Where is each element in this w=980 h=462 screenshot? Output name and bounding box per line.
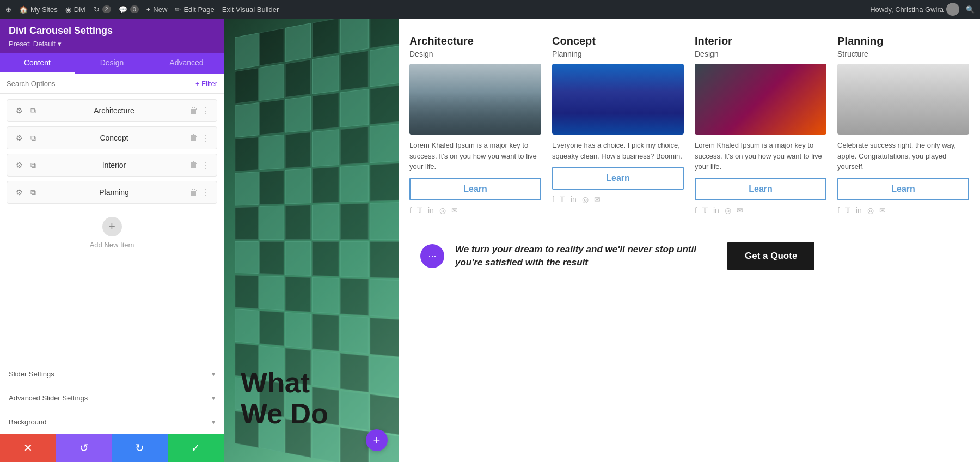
twitter-icon[interactable]: 𝕋 xyxy=(845,206,850,215)
card-body-interior: Lorem Khaled Ipsum is a major key to suc… xyxy=(695,140,826,172)
twitter-icon[interactable]: 𝕋 xyxy=(417,206,422,215)
item-controls: ⚙ ⧉ xyxy=(14,160,39,171)
twitter-icon[interactable]: 𝕋 xyxy=(560,195,565,204)
card-image-planning xyxy=(837,64,969,135)
arch-image-placeholder xyxy=(409,64,541,135)
divi-link[interactable]: ◉ Divi xyxy=(65,5,86,14)
interior-image-placeholder xyxy=(695,64,826,135)
search-options-input[interactable] xyxy=(7,80,191,88)
filter-button[interactable]: + Filter xyxy=(195,80,217,88)
duplicate-icon[interactable]: ⧉ xyxy=(28,187,39,198)
item-actions: 🗑 ⋮ xyxy=(189,160,210,171)
toolbar-right: Howdy, Christina Gwira 🔍 xyxy=(870,3,975,16)
planning-image-placeholder xyxy=(837,64,969,135)
drag-icon[interactable]: ⋮ xyxy=(201,106,210,116)
delete-icon[interactable]: 🗑 xyxy=(189,106,198,116)
settings-icon[interactable]: ⚙ xyxy=(14,132,24,143)
content-area: WhatWe Do + Architecture Design Lorem Kh… xyxy=(224,19,980,462)
hero-headline: WhatWe Do xyxy=(241,367,328,429)
user-avatar xyxy=(946,3,959,16)
learn-btn-interior[interactable]: Learn xyxy=(695,178,826,200)
card-concept: Concept Planning Everyone has a choice. … xyxy=(552,35,684,215)
tab-content[interactable]: Content xyxy=(0,53,75,74)
more-options-button[interactable]: ··· xyxy=(420,244,444,268)
search-btn[interactable]: 🔍 xyxy=(966,5,975,14)
settings-icon[interactable]: ⚙ xyxy=(14,187,24,198)
instagram-icon[interactable]: ◎ xyxy=(582,195,589,204)
advanced-slider-settings-section[interactable]: Advanced Slider Settings ▾ xyxy=(0,386,224,410)
item-actions: 🗑 ⋮ xyxy=(189,187,210,198)
carousel-item-concept: ⚙ ⧉ Concept 🗑 ⋮ xyxy=(7,126,217,149)
email-icon[interactable]: ✉ xyxy=(594,195,601,204)
learn-btn-concept[interactable]: Learn xyxy=(552,167,684,190)
add-new-item-btn[interactable]: + Add New Item xyxy=(7,208,217,258)
item-controls: ⚙ ⧉ xyxy=(14,132,39,143)
instagram-icon[interactable]: ◎ xyxy=(867,206,874,215)
card-subtitle-planning: Structure xyxy=(837,50,969,58)
card-social-architecture: f 𝕋 in ◎ ✉ xyxy=(409,206,541,215)
linkedin-icon[interactable]: in xyxy=(428,206,434,215)
tab-design[interactable]: Design xyxy=(75,53,149,74)
drag-icon[interactable]: ⋮ xyxy=(201,187,210,198)
twitter-icon[interactable]: 𝕋 xyxy=(702,206,708,215)
delete-icon[interactable]: 🗑 xyxy=(189,133,198,143)
panel-header: Divi Carousel Settings Preset: Default ▾ xyxy=(0,19,224,53)
user-greeting[interactable]: Howdy, Christina Gwira xyxy=(870,3,959,16)
wp-logo[interactable]: ⊕ xyxy=(5,5,11,14)
preset-selector[interactable]: Preset: Default ▾ xyxy=(9,40,62,48)
new-item-btn[interactable]: + New xyxy=(146,5,168,14)
facebook-icon[interactable]: f xyxy=(409,206,412,215)
tab-advanced[interactable]: Advanced xyxy=(149,53,224,74)
email-icon[interactable]: ✉ xyxy=(737,206,743,215)
duplicate-icon[interactable]: ⧉ xyxy=(28,132,39,143)
email-icon[interactable]: ✉ xyxy=(879,206,886,215)
learn-btn-planning[interactable]: Learn xyxy=(837,178,969,200)
redo-button[interactable]: ↻ xyxy=(112,434,168,462)
card-body-architecture: Lorem Khaled Ipsum is a major key to suc… xyxy=(409,140,541,172)
hero-text-overlay: WhatWe Do xyxy=(241,367,328,429)
updates-link[interactable]: ↻ 2 xyxy=(94,5,111,14)
bottom-cta-text: We turn your dream to reality and we'll … xyxy=(455,243,716,269)
hero-building-image: WhatWe Do + xyxy=(224,19,399,462)
item-controls: ⚙ ⧉ xyxy=(14,187,39,198)
panel-title: Divi Carousel Settings xyxy=(9,25,215,37)
concept-image-placeholder xyxy=(552,64,684,135)
facebook-icon[interactable]: f xyxy=(837,206,840,215)
duplicate-icon[interactable]: ⧉ xyxy=(28,160,39,171)
cancel-button[interactable]: ✕ xyxy=(0,434,56,462)
item-label-architecture: Architecture xyxy=(44,106,184,115)
panel-tabs: Content Design Advanced xyxy=(0,53,224,74)
slider-settings-chevron: ▾ xyxy=(212,370,215,378)
item-label-interior: Interior xyxy=(44,161,184,169)
comments-link[interactable]: 💬 0 xyxy=(119,5,139,14)
drag-icon[interactable]: ⋮ xyxy=(201,133,210,143)
card-subtitle-concept: Planning xyxy=(552,50,684,58)
linkedin-icon[interactable]: in xyxy=(571,195,577,204)
delete-icon[interactable]: 🗑 xyxy=(189,187,198,198)
learn-btn-architecture[interactable]: Learn xyxy=(409,178,541,200)
undo-button[interactable]: ↺ xyxy=(56,434,112,462)
panel-footer: ✕ ↺ ↻ ✓ xyxy=(0,434,224,462)
instagram-icon[interactable]: ◎ xyxy=(439,206,446,215)
slider-settings-section[interactable]: Slider Settings ▾ xyxy=(0,362,224,386)
linkedin-icon[interactable]: in xyxy=(856,206,862,215)
settings-icon[interactable]: ⚙ xyxy=(14,105,24,116)
carousel-item-interior: ⚙ ⧉ Interior 🗑 ⋮ xyxy=(7,154,217,177)
card-planning: Planning Structure Celebrate success rig… xyxy=(837,35,969,215)
duplicate-icon[interactable]: ⧉ xyxy=(28,105,39,116)
email-icon[interactable]: ✉ xyxy=(451,206,458,215)
get-quote-button[interactable]: Get a Quote xyxy=(727,242,814,270)
background-section[interactable]: Background ▾ xyxy=(0,410,224,434)
facebook-icon[interactable]: f xyxy=(552,195,554,204)
save-button[interactable]: ✓ xyxy=(168,434,224,462)
drag-icon[interactable]: ⋮ xyxy=(201,160,210,171)
exit-builder-btn[interactable]: Exit Visual Builder xyxy=(222,5,279,14)
instagram-icon[interactable]: ◎ xyxy=(725,206,731,215)
my-sites-link[interactable]: 🏠 My Sites xyxy=(19,5,58,14)
delete-icon[interactable]: 🗑 xyxy=(189,160,198,171)
edit-page-btn[interactable]: ✏ Edit Page xyxy=(175,5,214,14)
settings-icon[interactable]: ⚙ xyxy=(14,160,24,171)
facebook-icon[interactable]: f xyxy=(695,206,697,215)
add-section-button[interactable]: + xyxy=(366,429,388,451)
linkedin-icon[interactable]: in xyxy=(713,206,719,215)
